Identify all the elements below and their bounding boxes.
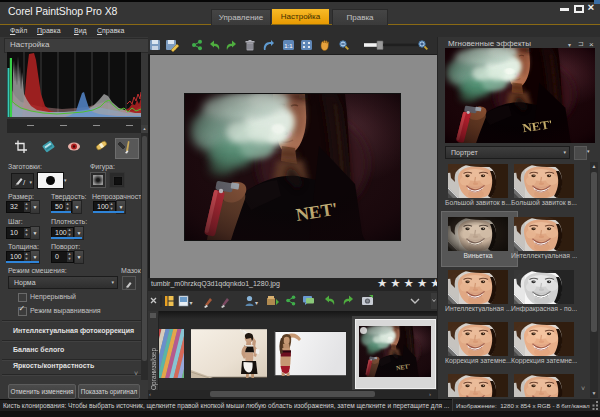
svg-text:1:1: 1:1	[284, 43, 293, 49]
svg-text:/: /	[23, 178, 26, 187]
svg-text:▾: ▾	[255, 300, 258, 306]
svg-text:▾: ▾	[190, 300, 193, 306]
